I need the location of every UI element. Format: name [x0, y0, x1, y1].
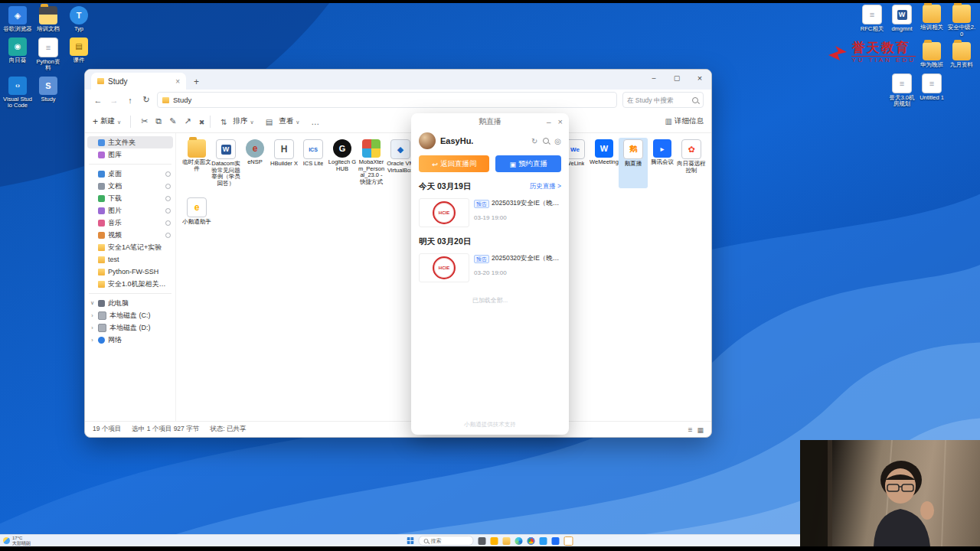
desktop-icon-2[interactable]: Typ: [64, 6, 93, 33]
welink-icon[interactable]: [552, 537, 560, 545]
sidebar-item-下载[interactable]: 下载: [87, 192, 173, 204]
sidebar-item-视频[interactable]: 视频: [87, 229, 173, 241]
refresh-icon[interactable]: [531, 137, 537, 145]
sunlogin-icon: [681, 139, 701, 159]
disk-icon: [98, 311, 106, 320]
desktop-icon-right-2[interactable]: 培训相关: [917, 5, 946, 37]
sidebar-item-Python-FW-SSH[interactable]: Python-FW-SSH: [87, 266, 173, 278]
live-entry-info: 预告20250319安全IE（晚班）03-19 19:00: [474, 198, 561, 221]
sidebar-item-label: 桌面: [108, 169, 122, 179]
details-button[interactable]: 详细信息: [665, 116, 704, 126]
file-item-鹅直播[interactable]: 鹅直播: [619, 138, 648, 188]
forward-icon[interactable]: [109, 96, 119, 105]
desktop-icon-right-0[interactable]: RFC相关: [858, 5, 887, 37]
sort-button[interactable]: 排序: [217, 116, 254, 126]
new-button[interactable]: 新建: [93, 116, 121, 127]
sidebar-item-label: 主文件夹: [108, 138, 136, 148]
desktop-icon-4[interactable]: Python资料: [34, 37, 63, 72]
search-icon[interactable]: [543, 138, 549, 144]
desktop-icon-right-7[interactable]: 九月资料: [947, 42, 976, 69]
sidebar-item-图库[interactable]: 图库: [87, 148, 173, 161]
share-icon[interactable]: [184, 116, 191, 126]
sidebar-item-安全1A笔记+实验[interactable]: 安全1A笔记+实验: [87, 241, 173, 253]
file-item-MobaXterm_Personal_23.0 - 快捷方式[interactable]: MobaXterm_Personal_23.0 - 快捷方式: [357, 138, 386, 188]
taskbar-search[interactable]: 搜索: [419, 536, 474, 546]
live-entry[interactable]: HCIE预告20250319安全IE（晚班）03-19 19:00: [411, 195, 569, 230]
sidebar-item-test[interactable]: test: [87, 253, 173, 266]
task-view-icon[interactable]: [479, 537, 486, 545]
sidebar-item-label: 图库: [108, 150, 122, 160]
sidebar-item-网络[interactable]: ›网络: [87, 334, 173, 346]
edge-icon[interactable]: [515, 537, 523, 545]
search-input[interactable]: [623, 93, 703, 107]
sidebar-item-桌面[interactable]: 桌面: [87, 168, 173, 180]
vscode-icon[interactable]: [540, 537, 547, 545]
grid-view-icon[interactable]: [697, 425, 704, 434]
refresh-icon[interactable]: [141, 95, 152, 105]
delete-icon[interactable]: [199, 117, 205, 126]
return-live-button[interactable]: 返回直播间: [419, 155, 489, 172]
elive-icon[interactable]: [564, 536, 573, 546]
panel-minimize-icon[interactable]: [547, 118, 551, 126]
desktop-icon-right-1[interactable]: dmgmnt: [887, 5, 916, 37]
desktop-icon-6[interactable]: Visual Studio Code: [3, 77, 32, 109]
explorer-icon[interactable]: [503, 537, 511, 545]
desktop-icon-1[interactable]: 培训文档: [34, 6, 63, 33]
breadcrumb[interactable]: Study: [157, 92, 617, 108]
file-item-Logitech G HUB[interactable]: Logitech G HUB: [328, 138, 357, 188]
weather-widget[interactable]: 17°C 大部晴朗: [0, 536, 31, 546]
desktop-icon-7[interactable]: Study: [34, 77, 63, 109]
desktop-icon-0[interactable]: 谷歌浏览器: [3, 6, 32, 33]
desktop-icon-right-9[interactable]: 誉天3.0机房规划: [887, 73, 916, 108]
sidebar-item-主文件夹[interactable]: 主文件夹: [87, 136, 173, 148]
file-item-Datacom实验常见问题举例（学员回答）[interactable]: Datacom实验常见问题举例（学员回答）: [211, 138, 240, 188]
cut-icon[interactable]: [141, 116, 148, 126]
view-button[interactable]: 查看: [262, 116, 300, 126]
sidebar-item-音乐[interactable]: 音乐: [87, 217, 173, 229]
file-item-eNSP[interactable]: eNSP: [240, 138, 270, 188]
reserve-live-button[interactable]: 预约直播: [495, 155, 561, 172]
sidebar-item-此电脑[interactable]: ∨此电脑: [87, 297, 173, 309]
up-icon[interactable]: [125, 96, 136, 105]
close-button[interactable]: [688, 70, 711, 86]
copy-icon[interactable]: [155, 116, 162, 126]
xiaoet-icon: [187, 197, 207, 217]
more-icon[interactable]: [311, 117, 319, 126]
panel-close-icon[interactable]: [558, 117, 563, 126]
sidebar-item-label: 图片: [108, 206, 122, 216]
new-tab-button[interactable]: [194, 77, 199, 87]
sidebar-item-本地磁盘 (C:)[interactable]: ›本地磁盘 (C:): [87, 309, 173, 321]
file-item-HBuilder X[interactable]: HBuilder X: [270, 138, 299, 188]
sidebar-item-安全1.0机架相关规划[interactable]: 安全1.0机架相关规划: [87, 278, 173, 290]
tab-close-icon[interactable]: [175, 77, 180, 86]
file-item-ICS Lite[interactable]: ICS Lite: [299, 138, 328, 188]
maximize-button[interactable]: [665, 70, 688, 86]
settings-icon[interactable]: [554, 137, 561, 145]
sidebar-item-本地磁盘 (D:)[interactable]: ›本地磁盘 (D:): [87, 321, 173, 334]
file-item-WeMeeting[interactable]: WeMeeting: [590, 138, 619, 188]
folder-icon: [952, 5, 971, 23]
sidebar-item-label: 视频: [108, 230, 122, 240]
chrome-icon[interactable]: [528, 537, 535, 545]
rename-icon[interactable]: [169, 116, 176, 126]
file-item-小鹅通助手[interactable]: 小鹅通助手: [182, 196, 211, 227]
tab-study[interactable]: Study: [91, 73, 186, 90]
file-item-临时桌面文件[interactable]: 临时桌面文件: [182, 138, 211, 188]
sidebar-item-文档[interactable]: 文档: [87, 180, 173, 192]
xiaoet-icon[interactable]: [491, 537, 498, 545]
desktop-icon-5[interactable]: 课件: [64, 37, 93, 72]
minimize-button[interactable]: [642, 70, 665, 86]
live-entry[interactable]: HCIE预告20250320安全IE（晚班）03-20 19:00: [411, 250, 569, 285]
desktop-icon-right-6[interactable]: 华为晚班: [917, 42, 946, 69]
start-button[interactable]: [407, 537, 414, 544]
desktop-icon-3[interactable]: 向日葵: [3, 37, 32, 72]
file-item-腾讯会议[interactable]: 腾讯会议: [648, 138, 677, 188]
desktop-icon-right-10[interactable]: Untitled 1: [917, 73, 946, 108]
back-icon[interactable]: [93, 96, 103, 105]
desktop-icon-right-3[interactable]: 安全中级2.0: [947, 5, 976, 37]
history-live-link[interactable]: 历史直播 >: [530, 182, 561, 191]
list-view-icon[interactable]: [688, 425, 693, 434]
sidebar-item-图片[interactable]: 图片: [87, 204, 173, 217]
file-item-向日葵远程控制[interactable]: 向日葵远程控制: [677, 138, 706, 188]
pictures-icon: [98, 207, 105, 214]
